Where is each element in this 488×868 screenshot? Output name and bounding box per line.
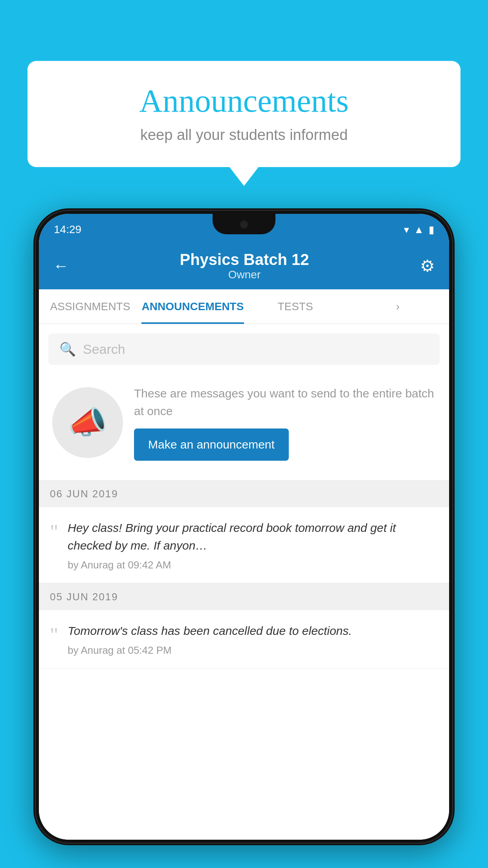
front-camera [240, 220, 248, 229]
phone-screen: 14:29 ▾ ▲ ▮ ← Physics Batch 12 Owner ⚙ [39, 214, 449, 840]
announcement-message-1: Hey class! Bring your practical record b… [68, 519, 438, 554]
wifi-icon: ▾ [404, 224, 409, 236]
announcement-item-1[interactable]: " Hey class! Bring your practical record… [39, 507, 449, 583]
tab-assignments[interactable]: ASSIGNMENTS [39, 289, 141, 324]
speech-bubble: Announcements keep all your students inf… [28, 61, 460, 167]
settings-icon[interactable]: ⚙ [420, 256, 435, 276]
tab-more[interactable]: › [347, 289, 449, 324]
announcement-right: These are messages you want to send to t… [134, 384, 436, 461]
phone-container: 14:29 ▾ ▲ ▮ ← Physics Batch 12 Owner ⚙ [33, 208, 455, 868]
megaphone-circle: 📣 [52, 387, 123, 458]
megaphone-icon: 📣 [68, 404, 107, 441]
date-separator-1: 06 JUN 2019 [39, 480, 449, 507]
announcement-text-1: Hey class! Bring your practical record b… [68, 519, 438, 571]
search-placeholder-text: Search [83, 342, 125, 357]
make-announcement-button[interactable]: Make an announcement [134, 428, 289, 461]
bubble-subtitle: keep all your students informed [51, 127, 437, 143]
tab-tests[interactable]: TESTS [244, 289, 347, 324]
status-time: 14:29 [54, 220, 81, 236]
signal-icon: ▲ [414, 224, 424, 236]
announcement-meta-2: by Anurag at 05:42 PM [68, 644, 438, 657]
announcement-hint: These are messages you want to send to t… [134, 384, 436, 420]
quote-icon-1: " [50, 522, 58, 542]
batch-role: Owner [69, 268, 420, 281]
speech-bubble-container: Announcements keep all your students inf… [28, 61, 460, 167]
back-button[interactable]: ← [53, 257, 69, 275]
tab-announcements[interactable]: ANNOUNCEMENTS [141, 289, 244, 324]
announcement-message-2: Tomorrow's class has been cancelled due … [68, 622, 438, 640]
status-icons: ▾ ▲ ▮ [404, 221, 434, 236]
date-separator-2: 05 JUN 2019 [39, 583, 449, 610]
battery-icon: ▮ [429, 224, 434, 236]
phone: 14:29 ▾ ▲ ▮ ← Physics Batch 12 Owner ⚙ [33, 208, 455, 845]
announcement-placeholder: 📣 These are messages you want to send to… [48, 377, 440, 469]
screen-content: 🔍 Search 📣 These are messages you want t… [39, 324, 449, 840]
batch-title: Physics Batch 12 [69, 251, 420, 268]
tabs-bar: ASSIGNMENTS ANNOUNCEMENTS TESTS › [39, 289, 449, 324]
header-center: Physics Batch 12 Owner [69, 251, 420, 281]
app-header: ← Physics Batch 12 Owner ⚙ [39, 242, 449, 289]
search-icon: 🔍 [59, 341, 76, 357]
announcement-item-2[interactable]: " Tomorrow's class has been cancelled du… [39, 610, 449, 669]
notch [213, 214, 275, 234]
quote-icon-2: " [50, 625, 58, 645]
announcement-meta-1: by Anurag at 09:42 AM [68, 559, 438, 571]
announcement-text-2: Tomorrow's class has been cancelled due … [68, 622, 438, 657]
bubble-title: Announcements [51, 83, 437, 120]
search-bar[interactable]: 🔍 Search [48, 333, 440, 365]
